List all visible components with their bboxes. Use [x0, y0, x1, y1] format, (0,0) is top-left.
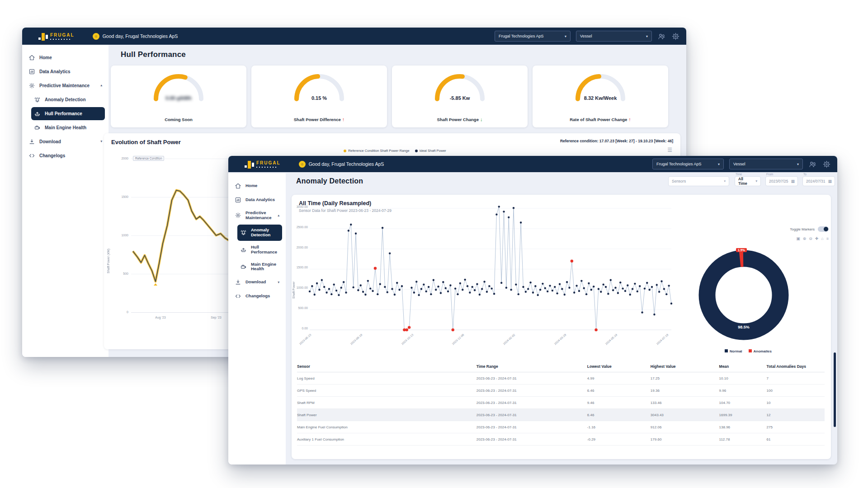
data-point	[330, 293, 332, 295]
organization-dropdown[interactable]: Frugal Technologies ApS ▾	[495, 31, 571, 42]
crosshair-icon[interactable]: ✚	[815, 236, 819, 241]
frugal-logo-icon	[245, 160, 254, 169]
sidebar-item-main-engine-health[interactable]: Main Engine Health	[237, 259, 282, 275]
data-point	[500, 282, 502, 284]
sidebar-item-anomaly-detection[interactable]: Anomaly Detection	[31, 93, 105, 106]
time-range-dropdown[interactable]: All Time ▾	[735, 176, 761, 186]
helm-icon[interactable]	[822, 160, 831, 169]
chevron-down-icon: ▾	[565, 34, 566, 38]
sidebar-item-main-engine-health[interactable]: Main Engine Health	[31, 121, 105, 134]
x-axis-tick: 2023-08-18	[337, 333, 363, 357]
data-point	[532, 291, 534, 293]
menu-icon[interactable]: ≡	[826, 236, 829, 241]
vessel-dropdown[interactable]: Vessel ▾	[729, 159, 803, 169]
sun-icon: ☼	[93, 33, 99, 40]
to-date-input[interactable]: 2024/07/31 ▦	[802, 176, 835, 186]
scatter-y-axis-label: Shaft Power	[292, 244, 295, 299]
evolution-chart-legend: Reference Condition Shaft Power RangeIde…	[104, 149, 680, 153]
users-icon[interactable]	[808, 160, 817, 169]
data-point	[527, 288, 529, 290]
legend-item[interactable]: Normal	[725, 349, 742, 353]
y-axis-tick: 0	[110, 310, 128, 314]
from-date-input[interactable]: 2023/07/25 ▦	[765, 176, 798, 186]
data-point	[554, 286, 556, 288]
table-cell: 2023-06-23 - 2024-07-31	[476, 413, 587, 417]
sidebar-item-predictive-maintenance[interactable]: Predictive Maintenance▴	[26, 79, 105, 92]
toggle-markers-switch[interactable]	[818, 226, 829, 232]
sidebar-item-anomaly-detection[interactable]: Anomaly Detection	[237, 225, 282, 241]
sidebar-item-home[interactable]: Home	[26, 51, 105, 64]
zoom-out-icon[interactable]: ⊖	[809, 236, 812, 241]
sidebar-item-hull-performance[interactable]: Hull Performance	[237, 242, 282, 258]
sensor-dropdown[interactable]: Sensors ▾	[668, 176, 729, 186]
home-icon	[235, 183, 241, 189]
zoom-in-icon[interactable]: ⊕	[803, 236, 807, 241]
organization-dropdown-value: Frugal Technologies ApS	[499, 34, 543, 38]
gauge-value: -5.85 Kw	[392, 95, 528, 101]
maintenance-icon	[235, 212, 241, 219]
plot-modebar: ▣⊕⊖✚⌂≡	[761, 236, 829, 241]
data-point	[338, 294, 340, 296]
anomaly-data-point	[594, 328, 597, 331]
data-point	[476, 283, 478, 285]
table-row[interactable]: Log Speed2023-06-23 - 2024-07-314.9917.2…	[297, 372, 825, 385]
table-row[interactable]: Auxiliary 1 Fuel Consumption2023-06-23 -…	[297, 433, 825, 446]
table-row[interactable]: Main Engine Fuel Consumption2023-06-23 -…	[297, 421, 825, 433]
gauge-caption: Shaft Power Change↓	[392, 117, 528, 122]
time-filter-label: Time	[736, 173, 742, 176]
data-point	[607, 293, 609, 295]
table-cell: 6.46	[587, 413, 651, 417]
sidebar-item-data-analytics[interactable]: Data Analytics	[26, 65, 105, 78]
donut-legend: NormalAnomalies	[712, 349, 784, 353]
sidebar-item-label: Changelogs	[39, 153, 65, 159]
column-header: Highest Value	[651, 364, 719, 369]
organization-dropdown[interactable]: Frugal Technologies ApS ▾	[652, 159, 724, 169]
legend-label: Normal	[730, 349, 742, 353]
data-point	[534, 285, 536, 287]
greeting-text: Good day, Frugal Technologies ApS	[309, 161, 384, 167]
table-row[interactable]: Shaft RPM2023-06-23 - 2024-07-319.46133.…	[297, 397, 825, 409]
sidebar-item-download[interactable]: Download▾	[26, 135, 105, 148]
data-point	[483, 281, 485, 282]
sidebar: HomeData AnalyticsPredictive Maintenance…	[228, 173, 286, 465]
table-cell: 112.78	[719, 437, 767, 441]
sidebar-item-predictive-maintenance[interactable]: Predictive Maintenance▴	[232, 207, 282, 224]
table-cell: 2023-06-23 - 2024-07-31	[476, 376, 587, 380]
data-point	[522, 286, 524, 288]
reset-axes-icon[interactable]: ⌂	[821, 236, 823, 241]
users-icon[interactable]	[657, 32, 666, 41]
legend-dot	[415, 150, 418, 152]
data-point	[379, 283, 381, 285]
sidebar-item-hull-performance[interactable]: Hull Performance	[31, 107, 105, 120]
hamburger-icon[interactable]: ☰	[667, 147, 672, 153]
table-cell: 19.36	[651, 389, 719, 393]
table-cell: 61	[767, 437, 825, 441]
camera-icon[interactable]: ▣	[796, 236, 800, 241]
sidebar-item-label: Predictive Maintenance	[245, 211, 274, 221]
data-point	[520, 221, 522, 223]
sidebar-item-label: Data Analytics	[245, 197, 275, 202]
vessel-dropdown-value: Vessel	[580, 34, 592, 38]
table-cell: 10.10	[719, 376, 767, 380]
vessel-dropdown[interactable]: Vessel ▾	[576, 31, 652, 42]
sidebar-item-download[interactable]: Download▾	[232, 276, 282, 289]
data-point	[360, 284, 362, 286]
data-point	[467, 285, 468, 287]
data-point	[333, 283, 335, 285]
helm-icon[interactable]	[671, 32, 680, 41]
table-row[interactable]: GPS Speed2023-06-23 - 2024-07-316.4619.3…	[297, 385, 825, 397]
scrollbar-thumb[interactable]	[834, 352, 836, 427]
sidebar-item-home[interactable]: Home	[232, 179, 282, 192]
data-point	[590, 289, 592, 291]
sidebar-item-changelogs[interactable]: Changelogs	[26, 149, 105, 162]
sidebar-item-changelogs[interactable]: Changelogs	[232, 290, 282, 303]
sun-icon: ☼	[299, 161, 306, 168]
data-point	[525, 291, 527, 293]
legend-item[interactable]: Anomalies	[749, 349, 772, 353]
table-header-row: SensorTime RangeLowest ValueHighest Valu…	[297, 361, 825, 372]
sidebar-item-data-analytics[interactable]: Data Analytics	[232, 193, 282, 206]
table-row[interactable]: Shaft Power2023-06-23 - 2024-07-316.4630…	[297, 409, 825, 421]
y-axis-tick: 3000.00	[294, 205, 308, 208]
legend-label: Anomalies	[754, 349, 772, 353]
evolution-y-axis-label: Shaft Power (kW)	[107, 197, 110, 273]
